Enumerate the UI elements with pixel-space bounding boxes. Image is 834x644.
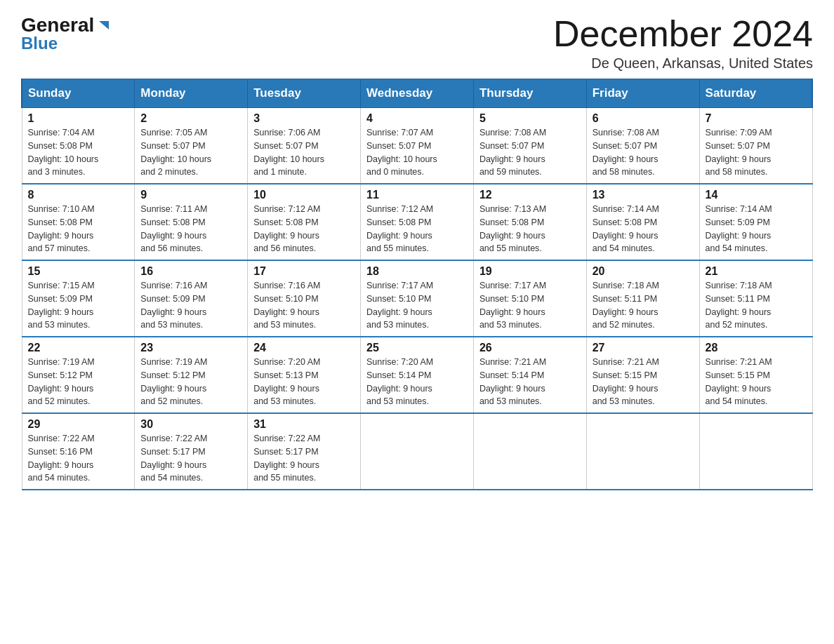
table-row: 29 Sunrise: 7:22 AMSunset: 5:16 PMDaylig…: [22, 413, 135, 490]
logo-blue-text: Blue: [21, 34, 58, 53]
table-row: 18 Sunrise: 7:17 AMSunset: 5:10 PMDaylig…: [361, 260, 474, 337]
table-row: 28 Sunrise: 7:21 AMSunset: 5:15 PMDaylig…: [699, 337, 812, 413]
table-row: 5 Sunrise: 7:08 AMSunset: 5:07 PMDayligh…: [473, 108, 586, 185]
day-number: 12: [479, 189, 581, 201]
day-number: 31: [253, 418, 355, 431]
day-info: Sunrise: 7:13 AMSunset: 5:08 PMDaylight:…: [479, 204, 546, 253]
day-info: Sunrise: 7:19 AMSunset: 5:12 PMDaylight:…: [140, 357, 207, 406]
location-subtitle: De Queen, Arkansas, United States: [553, 55, 813, 72]
day-info: Sunrise: 7:14 AMSunset: 5:09 PMDaylight:…: [706, 204, 772, 253]
day-info: Sunrise: 7:16 AMSunset: 5:09 PMDaylight:…: [140, 281, 207, 330]
day-number: 3: [253, 112, 355, 125]
day-info: Sunrise: 7:21 AMSunset: 5:15 PMDaylight:…: [706, 357, 772, 406]
logo: General Blue: [21, 14, 112, 53]
calendar-week-row: 29 Sunrise: 7:22 AMSunset: 5:16 PMDaylig…: [22, 413, 812, 490]
day-number: 8: [28, 189, 129, 201]
day-info: Sunrise: 7:22 AMSunset: 5:16 PMDaylight:…: [28, 434, 95, 483]
table-row: [699, 413, 812, 490]
day-number: 17: [253, 265, 355, 278]
day-number: 20: [593, 265, 694, 278]
day-info: Sunrise: 7:10 AMSunset: 5:08 PMDaylight:…: [28, 204, 95, 253]
table-row: 17 Sunrise: 7:16 AMSunset: 5:10 PMDaylig…: [248, 260, 361, 337]
day-number: 2: [140, 112, 241, 125]
day-info: Sunrise: 7:07 AMSunset: 5:07 PMDaylight:…: [366, 128, 437, 177]
day-number: 23: [140, 342, 241, 354]
day-info: Sunrise: 7:14 AMSunset: 5:08 PMDaylight:…: [593, 204, 659, 253]
day-info: Sunrise: 7:11 AMSunset: 5:08 PMDaylight:…: [140, 204, 207, 253]
day-info: Sunrise: 7:20 AMSunset: 5:14 PMDaylight:…: [366, 357, 433, 406]
day-number: 5: [479, 112, 581, 125]
calendar-table: Sunday Monday Tuesday Wednesday Thursday…: [21, 79, 813, 490]
table-row: 24 Sunrise: 7:20 AMSunset: 5:13 PMDaylig…: [248, 337, 361, 413]
day-number: 10: [253, 189, 355, 201]
table-row: 21 Sunrise: 7:18 AMSunset: 5:11 PMDaylig…: [699, 260, 812, 337]
table-row: 7 Sunrise: 7:09 AMSunset: 5:07 PMDayligh…: [699, 108, 812, 185]
day-info: Sunrise: 7:12 AMSunset: 5:08 PMDaylight:…: [253, 204, 320, 253]
day-number: 21: [706, 265, 807, 278]
day-info: Sunrise: 7:19 AMSunset: 5:12 PMDaylight:…: [28, 357, 95, 406]
day-info: Sunrise: 7:22 AMSunset: 5:17 PMDaylight:…: [253, 434, 320, 483]
day-number: 16: [140, 265, 241, 278]
table-row: 8 Sunrise: 7:10 AMSunset: 5:08 PMDayligh…: [22, 184, 135, 260]
table-row: 6 Sunrise: 7:08 AMSunset: 5:07 PMDayligh…: [586, 108, 699, 185]
page-header: General Blue December 2024 De Queen, Ark…: [21, 14, 813, 72]
day-number: 7: [706, 112, 807, 125]
table-row: 13 Sunrise: 7:14 AMSunset: 5:08 PMDaylig…: [586, 184, 699, 260]
table-row: 25 Sunrise: 7:20 AMSunset: 5:14 PMDaylig…: [361, 337, 474, 413]
table-row: [586, 413, 699, 490]
table-row: 26 Sunrise: 7:21 AMSunset: 5:14 PMDaylig…: [473, 337, 586, 413]
calendar-week-row: 1 Sunrise: 7:04 AMSunset: 5:08 PMDayligh…: [22, 108, 812, 185]
title-section: December 2024 De Queen, Arkansas, United…: [553, 14, 813, 72]
table-row: 23 Sunrise: 7:19 AMSunset: 5:12 PMDaylig…: [135, 337, 248, 413]
day-number: 9: [140, 189, 241, 201]
calendar-week-row: 22 Sunrise: 7:19 AMSunset: 5:12 PMDaylig…: [22, 337, 812, 413]
table-row: 19 Sunrise: 7:17 AMSunset: 5:10 PMDaylig…: [473, 260, 586, 337]
table-row: 20 Sunrise: 7:18 AMSunset: 5:11 PMDaylig…: [586, 260, 699, 337]
table-row: [473, 413, 586, 490]
day-number: 4: [366, 112, 468, 125]
day-info: Sunrise: 7:17 AMSunset: 5:10 PMDaylight:…: [479, 281, 546, 330]
day-number: 27: [593, 342, 694, 354]
table-row: 31 Sunrise: 7:22 AMSunset: 5:17 PMDaylig…: [248, 413, 361, 490]
table-row: 1 Sunrise: 7:04 AMSunset: 5:08 PMDayligh…: [22, 108, 135, 185]
table-row: 2 Sunrise: 7:05 AMSunset: 5:07 PMDayligh…: [135, 108, 248, 185]
logo-triangle-icon: [96, 18, 112, 34]
day-number: 26: [479, 342, 581, 354]
day-number: 18: [366, 265, 468, 278]
table-row: 14 Sunrise: 7:14 AMSunset: 5:09 PMDaylig…: [699, 184, 812, 260]
day-number: 22: [28, 342, 129, 354]
day-info: Sunrise: 7:06 AMSunset: 5:07 PMDaylight:…: [253, 128, 324, 177]
day-info: Sunrise: 7:09 AMSunset: 5:07 PMDaylight:…: [706, 128, 772, 177]
day-number: 14: [706, 189, 807, 201]
day-info: Sunrise: 7:08 AMSunset: 5:07 PMDaylight:…: [479, 128, 546, 177]
table-row: [361, 413, 474, 490]
day-info: Sunrise: 7:20 AMSunset: 5:13 PMDaylight:…: [253, 357, 320, 406]
calendar-week-row: 15 Sunrise: 7:15 AMSunset: 5:09 PMDaylig…: [22, 260, 812, 337]
table-row: 22 Sunrise: 7:19 AMSunset: 5:12 PMDaylig…: [22, 337, 135, 413]
col-tuesday: Tuesday: [248, 79, 361, 108]
table-row: 12 Sunrise: 7:13 AMSunset: 5:08 PMDaylig…: [473, 184, 586, 260]
col-thursday: Thursday: [473, 79, 586, 108]
day-info: Sunrise: 7:18 AMSunset: 5:11 PMDaylight:…: [593, 281, 659, 330]
day-info: Sunrise: 7:18 AMSunset: 5:11 PMDaylight:…: [706, 281, 772, 330]
day-info: Sunrise: 7:05 AMSunset: 5:07 PMDaylight:…: [140, 128, 211, 177]
day-number: 11: [366, 189, 468, 201]
table-row: 11 Sunrise: 7:12 AMSunset: 5:08 PMDaylig…: [361, 184, 474, 260]
col-monday: Monday: [135, 79, 248, 108]
table-row: 3 Sunrise: 7:06 AMSunset: 5:07 PMDayligh…: [248, 108, 361, 185]
table-row: 10 Sunrise: 7:12 AMSunset: 5:08 PMDaylig…: [248, 184, 361, 260]
day-info: Sunrise: 7:08 AMSunset: 5:07 PMDaylight:…: [593, 128, 659, 177]
table-row: 15 Sunrise: 7:15 AMSunset: 5:09 PMDaylig…: [22, 260, 135, 337]
day-info: Sunrise: 7:21 AMSunset: 5:14 PMDaylight:…: [479, 357, 546, 406]
month-year-title: December 2024: [553, 14, 813, 54]
day-number: 29: [28, 418, 129, 431]
day-info: Sunrise: 7:04 AMSunset: 5:08 PMDaylight:…: [28, 128, 99, 177]
day-number: 1: [28, 112, 129, 125]
col-saturday: Saturday: [699, 79, 812, 108]
table-row: 16 Sunrise: 7:16 AMSunset: 5:09 PMDaylig…: [135, 260, 248, 337]
day-number: 19: [479, 265, 581, 278]
calendar-week-row: 8 Sunrise: 7:10 AMSunset: 5:08 PMDayligh…: [22, 184, 812, 260]
day-number: 13: [593, 189, 694, 201]
day-number: 25: [366, 342, 468, 354]
day-number: 28: [706, 342, 807, 354]
